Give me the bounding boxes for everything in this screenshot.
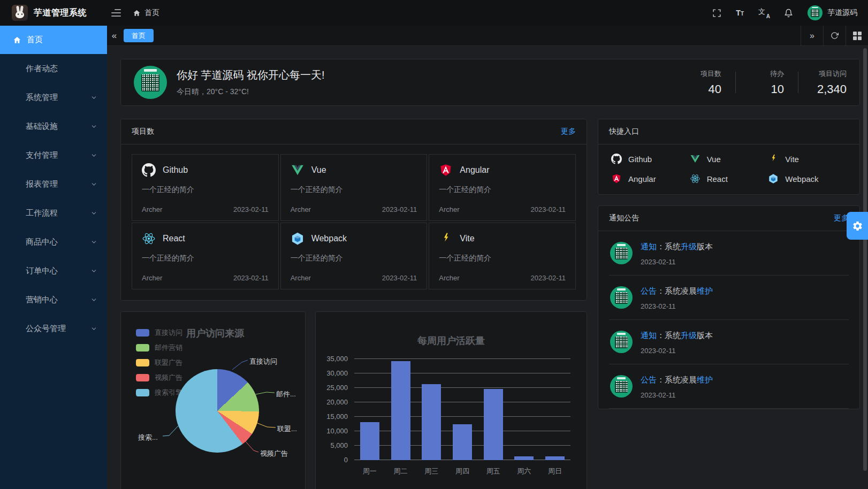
shortcut-icon	[690, 154, 701, 164]
shortcut-icon	[611, 154, 622, 164]
y-tick-label: 0	[316, 456, 348, 464]
page-scrollbar	[863, 48, 867, 485]
page-content: 你好 芋道源码 祝你开心每一天! 今日晴，20°C - 32°C! 项目数40待…	[107, 46, 868, 489]
legend-item[interactable]: 联盟广告	[136, 358, 182, 368]
project-tile[interactable]: Github 一个正经的简介 Archer 2023-02-11	[132, 154, 279, 221]
legend-item[interactable]: 邮件营销	[136, 343, 182, 353]
shortcut-icon	[768, 154, 779, 164]
project-author: Archer	[439, 274, 459, 282]
shortcut-label: React	[707, 174, 728, 184]
projects-card: 项目数 更多 Github 一个正经的简介	[120, 119, 587, 301]
refresh-icon[interactable]	[823, 26, 846, 45]
x-tick-label: 周三	[422, 467, 441, 476]
pie-legend: 直接访问邮件营销联盟广告视频广告搜索引擎	[136, 328, 182, 398]
breadcrumb[interactable]: 首页	[133, 8, 159, 18]
pie-chart-card: 用户访问来源 直接访问邮件营销联盟广告视频广告搜索引擎 直接访问邮件...联盟.…	[120, 311, 306, 489]
sidebar-item[interactable]: 订单中心	[0, 256, 107, 285]
stat-label: 待办	[750, 69, 784, 79]
project-desc: 一个正经的简介	[291, 254, 417, 263]
stat-value: 10	[750, 82, 784, 96]
user-menu[interactable]: 芋道源码	[808, 5, 857, 20]
notice-avatar	[610, 242, 633, 264]
sidebar-item-label: 支付管理	[26, 150, 58, 161]
user-avatar	[808, 5, 823, 20]
notification-bell-icon[interactable]	[783, 8, 793, 18]
stat-value: 2,340	[812, 82, 847, 96]
shortcut-item[interactable]: Vue	[690, 154, 768, 164]
y-tick-label: 20,000	[316, 398, 348, 407]
settings-drawer-button[interactable]	[847, 212, 868, 240]
notice-avatar	[610, 331, 633, 353]
bar	[391, 361, 410, 460]
projects-more-link[interactable]: 更多	[561, 127, 576, 136]
project-tile[interactable]: Webpack 一个正经的简介 Archer 2023-02-11	[280, 223, 428, 289]
bar	[422, 384, 441, 460]
shortcut-item[interactable]: React	[690, 173, 768, 184]
shortcut-icon	[690, 173, 701, 184]
sidebar-item[interactable]: 商品中心	[0, 227, 107, 256]
project-desc: 一个正经的简介	[439, 254, 566, 263]
project-desc: 一个正经的简介	[142, 254, 269, 263]
sidebar-item[interactable]: 支付管理	[0, 141, 107, 170]
pie-callout-label: 视频广告	[260, 449, 288, 459]
tab-home[interactable]: 首页	[124, 29, 154, 42]
app-logo[interactable]: 芋道管理系统	[0, 5, 107, 21]
project-icon	[291, 163, 304, 177]
sidebar-item[interactable]: 报表管理	[0, 170, 107, 198]
sidebar-item[interactable]: 系统管理	[0, 83, 107, 112]
legend-item[interactable]: 搜索引擎	[136, 388, 182, 398]
shortcut-item[interactable]: Vite	[768, 154, 847, 164]
sidebar-item[interactable]: 首页	[0, 26, 107, 54]
user-name: 芋道源码	[827, 8, 857, 18]
project-tile[interactable]: Vite 一个正经的简介 Archer 2023-02-11	[429, 223, 576, 289]
font-size-icon[interactable]: TT	[736, 9, 744, 17]
sidebar-item[interactable]: 工作流程	[0, 198, 107, 227]
stat-divider	[798, 72, 798, 93]
sidebar-item[interactable]: 营销中心	[0, 285, 107, 314]
pie-chart	[176, 369, 259, 453]
shortcut-item[interactable]: Angular	[611, 173, 690, 184]
notice-date: 2023-02-11	[641, 302, 713, 310]
legend-item[interactable]: 视频广告	[136, 373, 182, 383]
bar	[545, 456, 565, 460]
language-switch-icon[interactable]: 文A	[758, 8, 769, 18]
sidebar-item[interactable]: 基础设施	[0, 112, 107, 141]
project-desc: 一个正经的简介	[291, 185, 417, 195]
tabs-menu-icon[interactable]	[846, 26, 868, 45]
shortcut-item[interactable]: Webpack	[768, 173, 847, 184]
scrollbar-thumb[interactable]	[863, 48, 867, 471]
legend-item[interactable]: 直接访问	[136, 328, 182, 338]
bar-chart-title: 每周用户活跃量	[316, 334, 587, 347]
project-tile[interactable]: Angular 一个正经的简介 Archer 2023-02-11	[429, 154, 576, 221]
project-desc: 一个正经的简介	[142, 185, 269, 195]
tabs-scroll-right-icon[interactable]: »	[801, 26, 823, 45]
sidebar-collapse-icon[interactable]	[111, 9, 121, 17]
project-icon	[142, 163, 156, 177]
notice-date: 2023-02-11	[641, 258, 713, 266]
notice-title: 通知：系统升级版本	[641, 242, 713, 252]
sidebar-item[interactable]: 作者动态	[0, 54, 107, 83]
tabs-bar: « 首页 »	[107, 26, 868, 46]
shortcut-item[interactable]: Github	[611, 154, 690, 164]
notice-date: 2023-02-11	[641, 391, 713, 399]
sidebar: 首页 作者动态 系统管理 基础设施 支付管理 报表管理	[0, 26, 107, 489]
sidebar-item-label: 首页	[27, 35, 43, 45]
project-tile[interactable]: Vue 一个正经的简介 Archer 2023-02-11	[280, 154, 428, 221]
fullscreen-icon[interactable]	[712, 8, 721, 18]
sidebar-item[interactable]: 公众号管理	[0, 314, 107, 343]
tabs-scroll-left-icon[interactable]: «	[107, 26, 121, 45]
project-icon	[439, 232, 453, 246]
bar-chart-card: 每周用户活跃量 35,00030,00025,00020,00015,00010…	[315, 311, 587, 489]
bar-y-axis-labels: 35,00030,00025,00020,00015,00010,0005,00…	[316, 355, 348, 464]
notice-item[interactable]: 公告：系统凌晨维护 2023-02-11	[609, 276, 849, 320]
shortcut-label: Vue	[707, 155, 721, 164]
bar	[514, 456, 534, 460]
notice-item[interactable]: 通知：系统升级版本 2023-02-11	[609, 320, 849, 364]
sidebar-item-label: 商品中心	[26, 237, 58, 247]
project-date: 2023-02-11	[530, 205, 566, 213]
notice-title: 公告：系统凌晨维护	[641, 286, 713, 296]
notice-item[interactable]: 公告：系统凌晨维护 2023-02-11	[609, 364, 849, 409]
notice-item[interactable]: 通知：系统升级版本 2023-02-11	[609, 231, 849, 276]
y-tick-label: 5,000	[316, 441, 348, 450]
project-tile[interactable]: React 一个正经的简介 Archer 2023-02-11	[132, 223, 279, 289]
